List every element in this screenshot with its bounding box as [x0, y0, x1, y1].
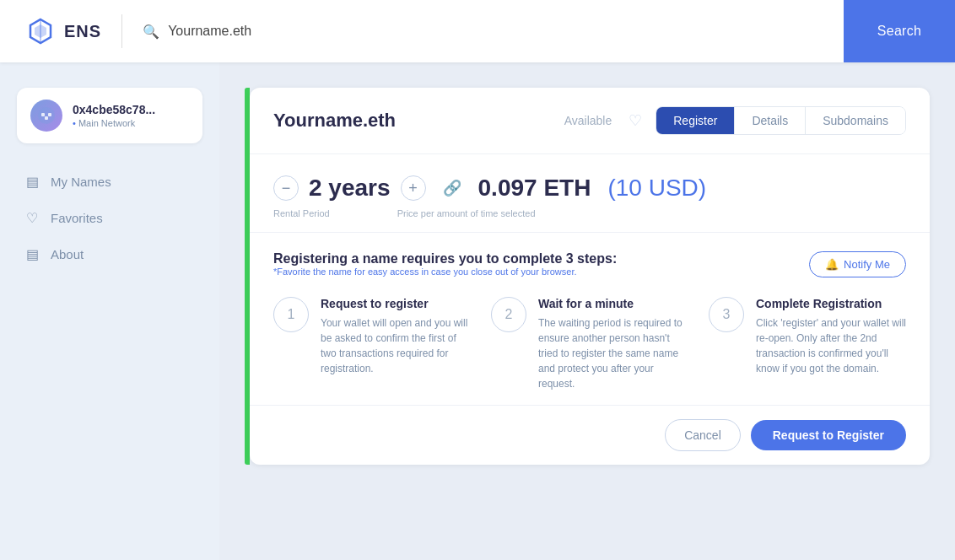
steps-row: 1 Request to register Your wallet will o…: [273, 297, 906, 391]
step-1: 1 Request to register Your wallet will o…: [273, 297, 471, 376]
step-3: 3 Complete Registration Click 'register'…: [709, 297, 906, 376]
card-footer: Cancel Request to Register: [250, 405, 930, 465]
header-divider: [121, 14, 122, 48]
wallet-info: 0x4cbe58c78... Main Network: [73, 103, 155, 128]
step-2-desc: The waiting period is required to ensure…: [538, 315, 688, 391]
wallet-network: Main Network: [73, 118, 155, 128]
increase-years-button[interactable]: +: [401, 175, 426, 201]
steps-title: Registering a name requires you to compl…: [273, 251, 617, 267]
wallet-card[interactable]: 0x4cbe58c78... Main Network: [17, 88, 202, 143]
steps-title-area: Registering a name requires you to compl…: [273, 251, 617, 293]
cancel-button[interactable]: Cancel: [665, 419, 741, 451]
logo-area: ENS: [25, 16, 101, 46]
steps-section: Registering a name requires you to compl…: [250, 233, 930, 405]
sidebar: 0x4cbe58c78... Main Network ▤ My Names ♡…: [0, 62, 219, 560]
step-3-content: Complete Registration Click 'register' a…: [756, 297, 906, 376]
rental-period-label: Rental period: [273, 208, 330, 218]
step-1-desc: Your wallet will open and you will be as…: [321, 315, 471, 376]
sidebar-item-label: Favorites: [51, 211, 103, 225]
price-eth: 0.097 ETH: [478, 175, 591, 202]
rental-labels: Rental period Price per amount of time s…: [273, 208, 906, 218]
domain-status: Available: [564, 114, 612, 127]
content-area: Yourname.eth Available ♡ Register Detail…: [219, 62, 955, 560]
tab-register[interactable]: Register: [656, 107, 735, 134]
step-3-circle: 3: [709, 297, 744, 332]
rental-row: − 2 years + 🔗 0.097 ETH (10 USD): [273, 175, 906, 202]
bell-icon: 🔔: [825, 258, 839, 271]
content-card: Yourname.eth Available ♡ Register Detail…: [250, 88, 930, 465]
ens-logo-icon: [25, 16, 56, 46]
wallet-address: 0x4cbe58c78...: [73, 103, 155, 116]
notify-me-button[interactable]: 🔔 Notify Me: [809, 251, 906, 277]
domain-name: Yourname.eth: [273, 110, 551, 132]
step-3-title: Complete Registration: [756, 297, 906, 310]
price-usd: (10 USD): [607, 175, 706, 202]
sidebar-item-label: About: [51, 247, 84, 261]
favorite-icon[interactable]: ♡: [629, 111, 642, 130]
step-1-content: Request to register Your wallet will ope…: [321, 297, 471, 376]
svg-rect-4: [41, 113, 45, 116]
header: ENS 🔍 Search: [0, 0, 955, 62]
main-layout: 0x4cbe58c78... Main Network ▤ My Names ♡…: [0, 62, 955, 560]
sidebar-item-label: My Names: [51, 175, 111, 189]
about-icon: ▤: [24, 246, 40, 262]
svg-point-3: [38, 107, 55, 124]
search-icon: 🔍: [143, 24, 159, 40]
logo-text: ENS: [64, 22, 101, 41]
tab-group: Register Details Subdomains: [656, 106, 906, 135]
steps-header-row: Registering a name requires you to compl…: [273, 251, 906, 293]
my-names-icon: ▤: [24, 174, 40, 190]
decrease-years-button[interactable]: −: [273, 175, 299, 201]
step-2-title: Wait for a minute: [538, 297, 688, 310]
domain-header: Yourname.eth Available ♡ Register Detail…: [250, 88, 930, 154]
search-area: 🔍: [143, 24, 955, 40]
step-3-desc: Click 'register' and your wallet will re…: [756, 315, 906, 376]
rental-section: − 2 years + 🔗 0.097 ETH (10 USD) Rental …: [250, 154, 930, 233]
step-1-title: Request to register: [321, 297, 471, 310]
svg-rect-5: [48, 113, 51, 116]
request-register-button[interactable]: Request to Register: [751, 420, 906, 450]
year-stepper: − 2 years +: [273, 175, 426, 202]
sidebar-item-favorites[interactable]: ♡ Favorites: [0, 200, 219, 236]
steps-subtitle: *Favorite the name for easy access in ca…: [273, 267, 617, 277]
step-2-circle: 2: [491, 297, 526, 332]
link-icon: 🔗: [443, 179, 461, 197]
step-2-content: Wait for a minute The waiting period is …: [538, 297, 688, 391]
avatar: [30, 100, 62, 132]
search-input[interactable]: [168, 24, 421, 39]
tab-details[interactable]: Details: [735, 107, 806, 134]
rental-price-label: Price per amount of time selected: [397, 208, 536, 218]
search-button[interactable]: Search: [844, 0, 955, 62]
years-value: 2 years: [309, 175, 391, 202]
notify-label: Notify Me: [844, 258, 890, 271]
tab-subdomains[interactable]: Subdomains: [806, 107, 905, 134]
svg-rect-6: [45, 116, 48, 120]
favorites-icon: ♡: [24, 210, 40, 226]
step-1-circle: 1: [273, 297, 309, 332]
content-with-accent: Yourname.eth Available ♡ Register Detail…: [245, 88, 930, 465]
sidebar-item-about[interactable]: ▤ About: [0, 236, 219, 272]
sidebar-item-my-names[interactable]: ▤ My Names: [0, 164, 219, 200]
step-2: 2 Wait for a minute The waiting period i…: [491, 297, 688, 391]
